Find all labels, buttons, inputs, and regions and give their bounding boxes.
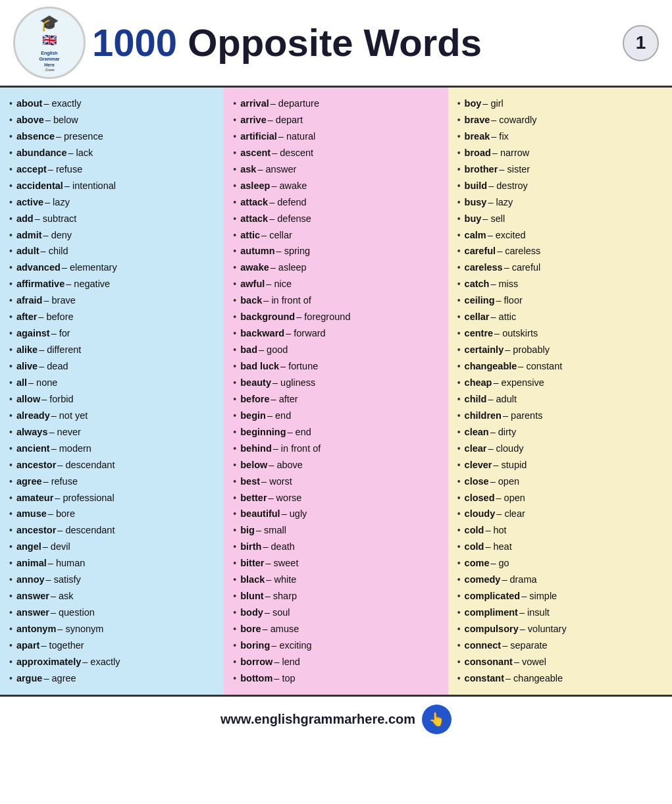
list-item: always – never (9, 424, 217, 441)
list-item: autumn – spring (233, 243, 441, 259)
list-item: attack – defend (233, 194, 441, 211)
list-item: brother – sister (457, 161, 665, 178)
list-item: alike – different (9, 342, 217, 358)
page-title: 1000 Opposite Words (92, 24, 623, 62)
list-item: black – white (233, 572, 441, 588)
page-number-badge: 1 (623, 25, 659, 61)
list-item: changeable – constant (457, 358, 665, 375)
list-item: careful – careless (457, 243, 665, 259)
list-item: complicated – simple (457, 588, 665, 604)
list-item: adult – child (9, 243, 217, 259)
list-item: come – go (457, 555, 665, 572)
list-item: admit – deny (9, 227, 217, 244)
list-item: careless – careful (457, 259, 665, 276)
list-item: artificial – natural (233, 128, 441, 145)
column-2: arrival – departurearrive – departartifi… (224, 88, 448, 695)
list-item: above – below (9, 112, 217, 128)
list-item: animal – human (9, 555, 217, 572)
list-item: comedy – drama (457, 572, 665, 588)
word-list-2: arrival – departurearrive – departartifi… (233, 95, 441, 687)
list-item: background – foreground (233, 309, 441, 325)
list-item: against – for (9, 325, 217, 342)
list-item: approximately – exactly (9, 654, 217, 670)
list-item: closed – open (457, 490, 665, 506)
list-item: awful – nice (233, 276, 441, 292)
list-item: beautiful – ugly (233, 506, 441, 522)
list-item: clean – dirty (457, 424, 665, 441)
list-item: apart – together (9, 637, 217, 654)
list-item: allow – forbid (9, 391, 217, 408)
column-1: about – exactlyabove – belowabsence – pr… (0, 88, 224, 695)
list-item: ancestor – descendant (9, 522, 217, 539)
list-item: absence – presence (9, 128, 217, 145)
list-item: argue – agree (9, 670, 217, 687)
list-item: blunt – sharp (233, 588, 441, 604)
list-item: bad luck – fortune (233, 358, 441, 375)
list-item: catch – miss (457, 276, 665, 292)
list-item: better – worse (233, 490, 441, 506)
list-item: body – soul (233, 604, 441, 621)
list-item: awake – asleep (233, 259, 441, 276)
title-number: 1000 (92, 21, 177, 64)
list-item: ceiling – floor (457, 292, 665, 309)
list-item: antonym – synonym (9, 621, 217, 637)
list-item: arrive – depart (233, 112, 441, 128)
list-item: backward – forward (233, 325, 441, 342)
list-item: beginning – end (233, 424, 441, 441)
list-item: arrival – departure (233, 95, 441, 112)
list-item: borrow – lend (233, 654, 441, 670)
list-item: cold – heat (457, 539, 665, 555)
list-item: cheap – expensive (457, 375, 665, 391)
list-item: alive – dead (9, 358, 217, 375)
footer-url: www.englishgrammarhere.com (220, 712, 415, 727)
list-item: accept – refuse (9, 161, 217, 178)
list-item: bitter – sweet (233, 555, 441, 572)
logo: 🎓 🇬🇧 English Grammar Here .Com (13, 7, 86, 79)
list-item: ascent – descent (233, 145, 441, 161)
list-item: birth – death (233, 539, 441, 555)
list-item: all – none (9, 375, 217, 391)
list-item: begin – end (233, 408, 441, 424)
list-item: beauty – ugliness (233, 375, 441, 391)
list-item: compulsory – voluntary (457, 621, 665, 637)
list-item: centre – outskirts (457, 325, 665, 342)
list-item: attack – defense (233, 211, 441, 227)
list-item: boring – exciting (233, 637, 441, 654)
list-item: connect – separate (457, 637, 665, 654)
list-item: broad – narrow (457, 145, 665, 161)
list-item: certainly – probably (457, 342, 665, 358)
list-item: bad – good (233, 342, 441, 358)
list-item: about – exactly (9, 95, 217, 112)
list-item: calm – excited (457, 227, 665, 244)
list-item: already – not yet (9, 408, 217, 424)
list-item: annoy – satisfy (9, 572, 217, 588)
list-item: boy – girl (457, 95, 665, 112)
list-item: afraid – brave (9, 292, 217, 309)
list-item: asleep – awake (233, 178, 441, 194)
list-item: advanced – elementary (9, 259, 217, 276)
footer-icon: 👆 (422, 705, 452, 734)
list-item: abundance – lack (9, 145, 217, 161)
list-item: bore – amuse (233, 621, 441, 637)
list-item: best – worst (233, 473, 441, 490)
list-item: compliment – insult (457, 604, 665, 621)
column-3: boy – girlbrave – cowardlybreak – fixbro… (448, 88, 672, 695)
list-item: affirmative – negative (9, 276, 217, 292)
list-item: busy – lazy (457, 194, 665, 211)
list-item: answer – question (9, 604, 217, 621)
list-item: clear – cloudy (457, 441, 665, 457)
list-item: angel – devil (9, 539, 217, 555)
list-item: attic – cellar (233, 227, 441, 244)
word-list-3: boy – girlbrave – cowardlybreak – fixbro… (457, 95, 665, 687)
list-item: clever – stupid (457, 457, 665, 473)
list-item: constant – changeable (457, 670, 665, 687)
list-item: active – lazy (9, 194, 217, 211)
list-item: amuse – bore (9, 506, 217, 522)
list-item: agree – refuse (9, 473, 217, 490)
footer: www.englishgrammarhere.com 👆 (0, 697, 672, 742)
list-item: ask – answer (233, 161, 441, 178)
list-item: accidental – intentional (9, 178, 217, 194)
list-item: brave – cowardly (457, 112, 665, 128)
list-item: after – before (9, 309, 217, 325)
list-item: bottom – top (233, 670, 441, 687)
